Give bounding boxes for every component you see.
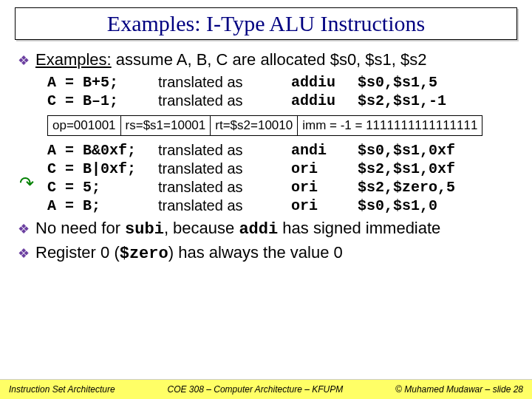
bullet-subi: ❖ No need for subi, because addi has sig… <box>18 219 514 239</box>
code-block-1: A = B+5; translated as addiu $s0,$s1,5 C… <box>47 74 514 109</box>
code-row: C = 5; translated as ori $s2,$zero,5 <box>47 179 514 196</box>
code-row: A = B+5; translated as addiu $s0,$s1,5 <box>47 74 514 91</box>
translated-as: translated as <box>158 197 291 214</box>
bullet-zero: ❖ Register 0 ($zero) has always the valu… <box>18 243 514 263</box>
diamond-icon: ❖ <box>18 245 30 262</box>
code-row: A = B; translated as ori $s0,$s1,0 <box>47 197 514 214</box>
translated-as: translated as <box>158 74 291 91</box>
code: addi <box>239 220 278 239</box>
slide-title: Examples: I-Type ALU Instructions <box>23 11 509 36</box>
args: $s2,$zero,5 <box>358 179 455 196</box>
op: ori <box>291 197 358 214</box>
args: $s2,$s1,-1 <box>358 92 446 109</box>
args: $s0,$s1,0 <box>358 197 437 214</box>
footer-center: COE 308 – Computer Architecture – KFUPM <box>168 384 344 395</box>
op: addiu <box>291 92 358 109</box>
src: A = B+5; <box>47 74 158 91</box>
src: C = 5; <box>47 179 158 196</box>
enc-rs: rs=$s1=10001 <box>120 116 211 136</box>
text: ) has always the value 0 <box>168 243 343 262</box>
content-area: ❖ Examples: assume A, B, C are allocated… <box>0 40 532 263</box>
arrow-icon: ↷ <box>19 173 34 194</box>
code: subi <box>125 220 164 239</box>
src: A = B; <box>47 197 158 214</box>
footer-bar: Instruction Set Architecture COE 308 – C… <box>0 379 532 399</box>
text: No need for <box>35 219 125 237</box>
bullet-examples: ❖ Examples: assume A, B, C are allocated… <box>18 50 514 69</box>
translated-as: translated as <box>158 179 291 196</box>
text: has signed immediate <box>278 219 440 237</box>
src: C = B–1; <box>47 92 158 109</box>
enc-imm: imm = -1 = 1111111111111111 <box>298 116 482 136</box>
enc-op: op=001001 <box>48 116 121 136</box>
translated-as: translated as <box>158 160 291 177</box>
examples-label: Examples: <box>35 50 112 69</box>
text: , because <box>164 219 239 237</box>
footer-left: Instruction Set Architecture <box>9 384 115 395</box>
args: $s0,$s1,0xf <box>358 142 455 159</box>
title-box: Examples: I-Type ALU Instructions <box>15 7 517 40</box>
examples-text: assume A, B, C are allocated $s0, $s1, $… <box>112 50 427 69</box>
diamond-icon: ❖ <box>18 221 30 237</box>
code-row: C = B|0xf; translated as ori $s2,$s1,0xf <box>47 160 514 177</box>
encoding-table: op=001001 rs=$s1=10001 rt=$s2=10010 imm … <box>47 115 482 136</box>
op: ori <box>291 160 358 177</box>
src: C = B|0xf; <box>47 160 158 177</box>
translated-as: translated as <box>158 142 291 159</box>
op: andi <box>291 142 358 159</box>
code-block-2: A = B&0xf; translated as andi $s0,$s1,0x… <box>47 142 514 214</box>
code-row: A = B&0xf; translated as andi $s0,$s1,0x… <box>47 142 514 159</box>
src: A = B&0xf; <box>47 142 158 159</box>
translated-as: translated as <box>158 92 291 109</box>
code-row: C = B–1; translated as addiu $s2,$s1,-1 <box>47 92 514 109</box>
op: ori <box>291 179 358 196</box>
text: Register 0 ( <box>35 243 120 262</box>
enc-rt: rt=$s2=10010 <box>211 116 298 136</box>
code: $zero <box>120 245 168 263</box>
op: addiu <box>291 74 358 91</box>
diamond-icon: ❖ <box>18 52 30 69</box>
args: $s2,$s1,0xf <box>358 160 455 177</box>
footer-right: © Muhamed Mudawar – slide 28 <box>395 384 523 395</box>
args: $s0,$s1,5 <box>358 74 437 91</box>
